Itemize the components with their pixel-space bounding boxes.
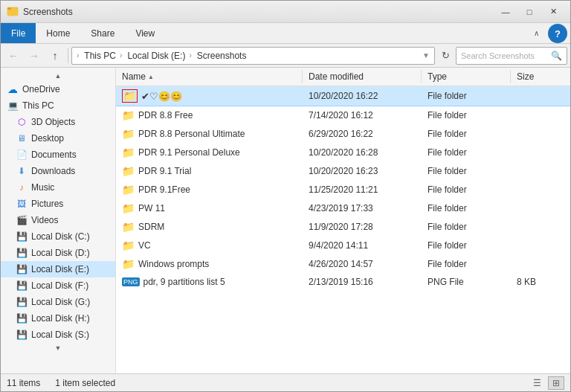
sidebar-item-diskh[interactable]: 💾 Local Disk (H:) <box>1 310 115 327</box>
sidebar-item-thispc[interactable]: 💻 This PC <box>1 97 115 114</box>
sidebar-item-desktop[interactable]: 🖥 Desktop <box>1 130 115 147</box>
help-button[interactable]: ? <box>548 24 567 43</box>
folder-icon: 📁 <box>122 128 135 140</box>
view-details-button[interactable]: ⊞ <box>548 376 564 390</box>
sidebar-item-disks[interactable]: 💾 Local Disk (S:) <box>1 327 115 343</box>
title-bar-left: Screenshots <box>7 6 73 18</box>
back-button[interactable]: ← <box>4 46 23 65</box>
address-thispc[interactable]: This PC › <box>82 50 122 62</box>
sidebar-label-disks: Local Disk (S:) <box>31 330 89 340</box>
address-screenshots-link[interactable]: Screenshots <box>195 50 249 62</box>
col-header-type[interactable]: Type <box>422 70 511 83</box>
address-chevron-1: › <box>77 51 79 60</box>
forward-button[interactable]: → <box>25 46 44 65</box>
diskf-icon: 💾 <box>16 280 28 292</box>
col-header-date[interactable]: Date modified <box>303 70 422 83</box>
address-locale[interactable]: Local Disk (E:) › <box>125 50 191 62</box>
file-cell-size <box>511 108 570 123</box>
sidebar-item-3dobjects[interactable]: ⬡ 3D Objects <box>1 114 115 130</box>
sidebar-label-3dobjects: 3D Objects <box>31 117 75 127</box>
column-headers: Name ▲ Date modified Type Size <box>116 68 570 86</box>
sidebar-label-onedrive: OneDrive <box>22 84 60 94</box>
file-row[interactable]: 📁SDRM 11/9/2020 17:28 File folder <box>116 218 570 237</box>
address-locale-link[interactable]: Local Disk (E:) <box>125 50 187 62</box>
address-thispc-link[interactable]: This PC <box>82 50 118 62</box>
main-area: ▲ ☁ OneDrive 💻 This PC ⬡ 3D Objects 🖥 De… <box>1 68 570 373</box>
col-header-size[interactable]: Size <box>511 70 570 83</box>
search-placeholder-text: Search Screenshots <box>461 51 535 60</box>
sidebar-item-diske[interactable]: 💾 Local Disk (E:) <box>1 261 115 277</box>
file-cell-type: File folder <box>422 164 511 179</box>
file-cell-name: 📁Windows prompts <box>116 257 303 271</box>
search-bar[interactable]: Search Screenshots 🔍 <box>456 47 567 65</box>
address-chevron-3: › <box>189 51 191 60</box>
file-cell-date: 10/20/2020 16:22 <box>303 88 422 104</box>
sidebar-item-diskd[interactable]: 💾 Local Disk (D:) <box>1 245 115 261</box>
sidebar-label-diskd: Local Disk (D:) <box>31 248 90 258</box>
file-row[interactable]: 📁VC 9/4/2020 14:11 File folder <box>116 237 570 255</box>
file-cell-date: 2/13/2019 15:16 <box>303 275 422 289</box>
tab-home[interactable]: Home <box>36 23 80 43</box>
file-row[interactable]: 📁PDR 9.1Free 11/25/2020 11:21 File folde… <box>116 181 570 199</box>
toolbar: ← → ↑ › This PC › Local Disk (E:) › Scre… <box>1 44 570 68</box>
file-row[interactable]: 📁PDR 8.8 Personal Ultimate 6/29/2020 16:… <box>116 125 570 144</box>
content-area: Name ▲ Date modified Type Size 📁 <box>116 68 570 373</box>
file-cell-type: File folder <box>422 126 511 141</box>
file-row[interactable]: 📁PDR 9.1 Personal Deluxe 10/20/2020 16:2… <box>116 144 570 162</box>
file-cell-size <box>511 257 570 271</box>
view-list-button[interactable]: ☰ <box>529 376 545 390</box>
diskd-icon: 💾 <box>16 247 28 259</box>
file-list: 📁 ✔♡😊😊 10/20/2020 16:22 File folder 📁PDR… <box>116 86 570 373</box>
sidebar-label-downloads: Downloads <box>31 166 75 176</box>
close-button[interactable]: ✕ <box>542 4 564 19</box>
file-cell-date: 4/23/2019 17:33 <box>303 201 422 216</box>
file-row[interactable]: 📁PW 11 4/23/2019 17:33 File folder <box>116 199 570 218</box>
file-cell-date: 11/25/2020 11:21 <box>303 182 422 197</box>
address-bar[interactable]: › This PC › Local Disk (E:) › Screenshot… <box>71 47 435 65</box>
tab-file[interactable]: File <box>1 23 36 43</box>
file-row[interactable]: 📁 ✔♡😊😊 10/20/2020 16:22 File folder <box>116 86 570 106</box>
pictures-icon: 🖼 <box>16 198 28 210</box>
tab-share[interactable]: Share <box>80 23 125 43</box>
file-row[interactable]: 📁Windows prompts 4/26/2020 14:57 File fo… <box>116 255 570 274</box>
sidebar-item-onedrive[interactable]: ☁ OneDrive <box>1 81 115 97</box>
address-screenshots[interactable]: Screenshots <box>195 50 249 62</box>
svg-rect-2 <box>7 7 11 10</box>
file-cell-size <box>511 219 570 234</box>
up-button[interactable]: ↑ <box>45 46 65 65</box>
sidebar-item-music[interactable]: ♪ Music <box>1 179 115 196</box>
file-row[interactable]: PNG pdr, 9 partitions list 5 2/13/2019 1… <box>116 274 570 291</box>
file-row[interactable]: 📁PDR 9.1 Trial 10/20/2020 16:23 File fol… <box>116 162 570 181</box>
sidebar-item-diskg[interactable]: 💾 Local Disk (G:) <box>1 294 115 310</box>
sidebar-item-diskf[interactable]: 💾 Local Disk (F:) <box>1 277 115 294</box>
file-cell-name: 📁VC <box>116 238 303 253</box>
minimize-button[interactable]: — <box>494 4 517 19</box>
tab-view[interactable]: View <box>125 23 165 43</box>
file-row[interactable]: 📁PDR 8.8 Free 7/14/2020 16:12 File folde… <box>116 106 570 125</box>
sidebar-item-documents[interactable]: 📄 Documents <box>1 147 115 163</box>
sidebar-item-downloads[interactable]: ⬇ Downloads <box>1 163 115 179</box>
folder-icon: 📁 <box>122 184 135 196</box>
sidebar-scroll-down[interactable]: ▼ <box>1 343 115 353</box>
diskh-icon: 💾 <box>16 312 28 324</box>
search-icon[interactable]: 🔍 <box>551 51 562 61</box>
file-cell-name: PNG pdr, 9 partitions list 5 <box>116 275 303 289</box>
sidebar-scroll-up[interactable]: ▲ <box>1 71 115 81</box>
sidebar-label-documents: Documents <box>31 150 77 160</box>
ribbon-tabs: File Home Share View ∧ ? <box>1 23 570 44</box>
refresh-button[interactable]: ↻ <box>436 47 454 65</box>
sidebar: ▲ ☁ OneDrive 💻 This PC ⬡ 3D Objects 🖥 De… <box>1 68 116 373</box>
col-header-name[interactable]: Name ▲ <box>116 70 303 83</box>
diskg-icon: 💾 <box>16 296 28 308</box>
sidebar-label-diskc: Local Disk (C:) <box>31 231 90 242</box>
file-cell-size <box>511 238 570 253</box>
title-bar: Screenshots — □ ✕ <box>1 1 570 23</box>
sidebar-label-diske: Local Disk (E:) <box>31 264 89 274</box>
sidebar-item-pictures[interactable]: 🖼 Pictures <box>1 196 115 212</box>
maximize-button[interactable]: □ <box>518 4 541 19</box>
ribbon-collapse-chevron[interactable]: ∧ <box>528 23 545 43</box>
file-cell-type: PNG File <box>422 275 511 289</box>
sidebar-item-videos[interactable]: 🎬 Videos <box>1 212 115 228</box>
address-dropdown-icon[interactable]: ▼ <box>422 51 430 60</box>
sidebar-item-diskc[interactable]: 💾 Local Disk (C:) <box>1 228 115 245</box>
